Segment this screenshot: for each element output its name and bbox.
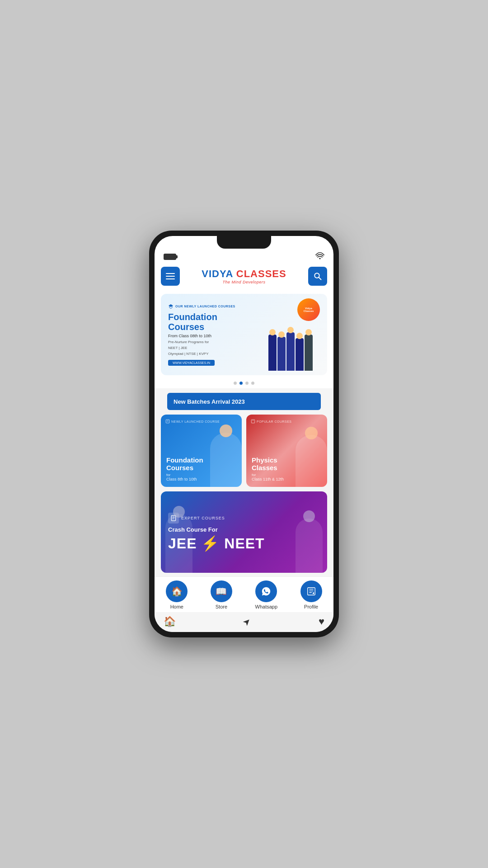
carousel-dots (155, 378, 333, 388)
nav-store[interactable]: 📖 Store (211, 580, 232, 609)
wifi-icon (315, 252, 324, 261)
dot-3[interactable] (245, 382, 249, 385)
svg-rect-12 (307, 588, 315, 595)
physics-card-content: Physics Classes for Class 11th & 12th (252, 457, 284, 481)
dot-2[interactable] (239, 382, 243, 385)
crash-banner[interactable]: EXPERT COURSES Crash Course For JEE ⚡ NE… (161, 491, 327, 573)
nav-whatsapp[interactable]: Whatsapp (255, 580, 278, 609)
menu-icon (166, 273, 175, 279)
whatsapp-nav-icon (255, 580, 277, 602)
banner-programs3: Olympiad | NTSE | KVPY (168, 352, 261, 356)
sys-home-icon[interactable]: 🏠 (164, 616, 176, 627)
logo-title: VIDYA CLASSES (202, 268, 286, 280)
system-nav: 🏠 ➤ ♥ (155, 612, 333, 632)
crash-section: EXPERT COURSES Crash Course For JEE ⚡ NE… (155, 491, 333, 576)
vidya-classes-logo: VidyaClasses (297, 298, 320, 321)
logo-classes: CLASSES (236, 268, 286, 279)
home-nav-icon: 🏠 (166, 580, 188, 602)
profile-nav-label: Profile (304, 604, 318, 609)
banner-subtitle: From Class 08th to 10th (168, 334, 261, 338)
dot-4[interactable] (251, 382, 254, 385)
header: VIDYA CLASSES The Mind Developers (155, 263, 333, 289)
banner-right: VidyaClasses (261, 298, 320, 371)
foundation-for: for (166, 473, 203, 477)
graduation-icon (168, 304, 174, 309)
students-figure (268, 332, 313, 371)
content-area: OUR NEWLY LAUNCHED COURSES Foundation Co… (155, 289, 333, 576)
foundation-card-label: NEWLY LAUNCHED COURSE (165, 419, 220, 424)
physics-card[interactable]: POPULAR COURSES Physics Classes for Clas… (246, 415, 327, 487)
banner-title: Foundation Courses (168, 312, 261, 332)
bottom-nav: 🏠 Home 📖 Store Whatsapp (155, 576, 333, 612)
store-nav-icon: 📖 (211, 580, 232, 602)
physics-subtitle: Class 11th & 12th (252, 477, 284, 481)
sys-nav-icon[interactable]: ➤ (240, 615, 253, 628)
banner-slide[interactable]: OUR NEWLY LAUNCHED COURSES Foundation Co… (161, 294, 327, 375)
search-icon (314, 272, 322, 280)
foundation-card[interactable]: NEWLY LAUNCHED COURSE Foundation Courses… (161, 415, 242, 487)
banner-website[interactable]: WWW.VIDYACLASSES.IN (168, 360, 215, 366)
battery-icon (164, 254, 176, 260)
logo-vidya: VIDYA (202, 268, 236, 279)
section-header-text: New Batches Arrival 2023 (174, 398, 245, 405)
svg-line-2 (319, 277, 321, 279)
store-nav-label: Store (216, 604, 227, 609)
banner-programs1: Pre-Nurture Programs for (168, 340, 261, 344)
banner-programs2: NEET | JEE (168, 346, 261, 350)
nav-home[interactable]: 🏠 Home (166, 580, 188, 609)
physics-for: for (252, 473, 284, 477)
banner-container: OUR NEWLY LAUNCHED COURSES Foundation Co… (155, 289, 333, 378)
svg-point-0 (319, 258, 320, 259)
profile-nav-icon (300, 580, 322, 602)
foundation-card-content: Foundation Courses for Class 8th to 10th (166, 457, 203, 481)
search-button[interactable] (308, 267, 327, 286)
physics-card-label: POPULAR COURSES (251, 419, 292, 424)
crash-person-right (296, 519, 323, 573)
banner-tag: OUR NEWLY LAUNCHED COURSES (168, 304, 261, 309)
batches-section: New Batches Arrival 2023 NEWLY LAUNCHED … (155, 388, 333, 491)
foundation-subtitle: Class 8th to 10th (166, 477, 203, 481)
popular-icon (251, 419, 255, 424)
physics-title: Physics Classes (252, 457, 284, 472)
app-logo: VIDYA CLASSES The Mind Developers (202, 268, 286, 284)
home-nav-label: Home (170, 604, 183, 609)
book-icon (165, 419, 170, 424)
dot-1[interactable] (234, 382, 237, 385)
foundation-title: Foundation Courses (166, 457, 203, 472)
status-bar (155, 249, 333, 263)
batch-cards: NEWLY LAUNCHED COURSE Foundation Courses… (161, 415, 327, 487)
menu-button[interactable] (161, 267, 180, 286)
crash-person-left (165, 514, 192, 573)
logo-subtitle: The Mind Developers (222, 280, 265, 284)
banner-tag-text: OUR NEWLY LAUNCHED COURSES (175, 305, 235, 308)
whatsapp-nav-label: Whatsapp (255, 604, 278, 609)
banner-left: OUR NEWLY LAUNCHED COURSES Foundation Co… (168, 304, 261, 366)
nav-profile[interactable]: Profile (300, 580, 322, 609)
section-header: New Batches Arrival 2023 (167, 393, 321, 410)
svg-rect-6 (251, 420, 255, 423)
lightning-icon: ⚡ (201, 535, 220, 552)
sys-heart-icon[interactable]: ♥ (319, 616, 324, 627)
